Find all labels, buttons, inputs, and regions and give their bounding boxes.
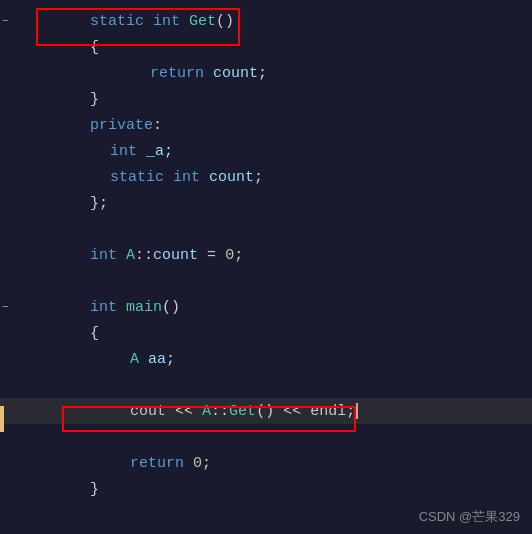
fold-icon-1[interactable]: − — [2, 15, 9, 27]
line-content-19: } — [28, 464, 532, 515]
line-19: } — [0, 476, 532, 502]
line-10: int A::count = 0; — [0, 242, 532, 268]
fold-icon-12[interactable]: − — [2, 301, 9, 313]
line-8: }; — [0, 190, 532, 216]
active-line-bar — [0, 406, 4, 432]
watermark: CSDN @芒果329 — [419, 508, 520, 526]
code-editor: − static int Get() { return count; } pri… — [0, 0, 532, 534]
line-14: A aa; — [0, 346, 532, 372]
line-16: cout << A::Get() << endl; — [0, 398, 532, 424]
